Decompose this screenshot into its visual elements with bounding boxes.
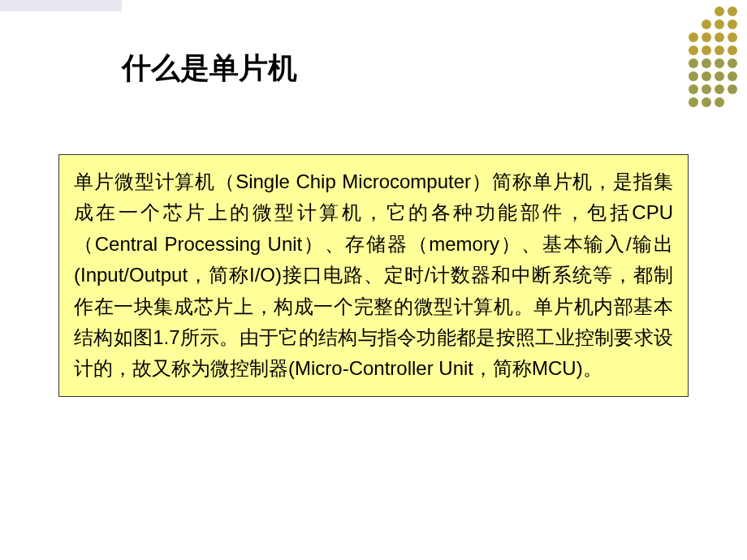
dot-gold [689,45,698,55]
dot-gold [702,45,711,55]
dot-gold [728,45,737,55]
dot-gold [728,6,737,16]
dot-row [689,32,737,42]
dot-olive [702,97,711,107]
dot-gold [728,19,737,29]
top-accent-bar [0,0,122,11]
dot-olive [689,84,698,94]
dot-olive [715,97,724,107]
dot-gold [715,6,724,16]
dot-olive [715,58,724,68]
content-box: 单片微型计算机（Single Chip Microcomputer）简称单片机，… [58,154,689,397]
dot-olive [728,58,737,68]
dot-gold [728,32,737,42]
dot-olive [689,97,698,107]
body-text: 单片微型计算机（Single Chip Microcomputer）简称单片机，… [74,166,673,385]
dot-gold [715,45,724,55]
dot-gold [702,32,711,42]
dot-row [689,71,737,81]
decorative-dots [689,0,737,107]
dot-gold [702,19,711,29]
dot-olive [702,84,711,94]
dot-gold [715,19,724,29]
dot-blank [689,6,698,16]
dot-gold [715,32,724,42]
dot-row [689,97,737,107]
dot-blank [728,97,737,107]
dot-row [689,84,737,94]
dot-blank [689,19,698,29]
dot-row [689,58,737,68]
slide-container: 什么是单片机 单片微型计算机（Single Chip Microcomputer… [0,0,747,560]
dot-gold [689,32,698,42]
page-title: 什么是单片机 [122,49,297,88]
dot-blank [702,6,711,16]
dot-olive [715,71,724,81]
dot-row [689,45,737,55]
dot-row [689,6,737,16]
dot-row [689,19,737,29]
dot-olive [715,84,724,94]
dot-olive [728,84,737,94]
dot-olive [702,58,711,68]
dot-olive [702,71,711,81]
dot-olive [689,71,698,81]
dot-olive [728,71,737,81]
dot-olive [689,58,698,68]
